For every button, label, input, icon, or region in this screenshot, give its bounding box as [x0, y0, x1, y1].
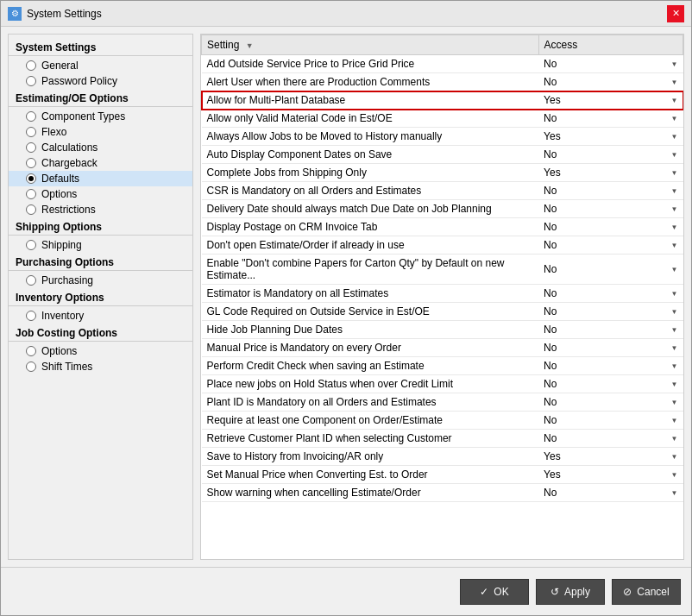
radio-calculations[interactable]	[26, 142, 36, 153]
table-row[interactable]: Plant ID is Mandatory on all Orders and …	[202, 393, 683, 412]
access-cell[interactable]: No▼	[538, 285, 683, 303]
access-cell[interactable]: No▼	[538, 375, 683, 393]
access-cell[interactable]: No▼	[538, 110, 683, 128]
dropdown-arrow-icon[interactable]: ▼	[671, 133, 678, 141]
table-row[interactable]: Enable "Don't combine Papers for Carton …	[202, 255, 683, 285]
radio-inventory[interactable]	[26, 311, 36, 321]
dropdown-arrow-icon[interactable]: ▼	[671, 205, 678, 213]
ok-button[interactable]: ✓ OK	[460, 579, 529, 605]
access-cell[interactable]: No▼	[538, 55, 683, 73]
access-cell[interactable]: No▼	[538, 218, 683, 236]
sidebar-item-flexo[interactable]: Flexo	[9, 124, 192, 140]
sidebar-item-shipping[interactable]: Shipping	[9, 237, 192, 253]
table-row[interactable]: Complete Jobs from Shipping OnlyYes▼	[202, 164, 683, 182]
dropdown-arrow-icon[interactable]: ▼	[671, 344, 678, 352]
radio-job-options[interactable]	[26, 346, 36, 356]
table-row[interactable]: Manual Price is Mandatory on every Order…	[202, 339, 683, 357]
dropdown-arrow-icon[interactable]: ▼	[671, 97, 678, 104]
dropdown-arrow-icon[interactable]: ▼	[671, 380, 678, 388]
dropdown-arrow-icon[interactable]: ▼	[671, 399, 678, 406]
table-row[interactable]: Hide Job Planning Due DatesNo▼	[202, 321, 683, 339]
dropdown-arrow-icon[interactable]: ▼	[671, 326, 678, 334]
dropdown-arrow-icon[interactable]: ▼	[671, 417, 678, 424]
dropdown-arrow-icon[interactable]: ▼	[671, 60, 678, 68]
dropdown-arrow-icon[interactable]: ▼	[671, 290, 678, 298]
sidebar-item-calculations[interactable]: Calculations	[9, 140, 192, 155]
access-cell[interactable]: No▼	[538, 255, 683, 285]
access-cell[interactable]: No▼	[538, 430, 683, 448]
access-cell[interactable]: No▼	[538, 321, 683, 339]
table-row[interactable]: Estimator is Mandatory on all EstimatesN…	[202, 285, 683, 303]
access-cell[interactable]: Yes▼	[538, 128, 683, 146]
radio-password-policy[interactable]	[26, 76, 36, 86]
access-cell[interactable]: No▼	[538, 393, 683, 412]
sidebar-item-job-options[interactable]: Options	[9, 343, 192, 359]
table-row[interactable]: Don't open Estimate/Order if already in …	[202, 236, 683, 255]
dropdown-arrow-icon[interactable]: ▼	[671, 79, 678, 86]
sidebar-item-options-est[interactable]: Options	[9, 186, 192, 202]
dropdown-arrow-icon[interactable]: ▼	[671, 489, 678, 497]
radio-chargeback[interactable]	[26, 158, 36, 168]
radio-restrictions[interactable]	[26, 204, 36, 215]
dropdown-arrow-icon[interactable]: ▼	[671, 169, 678, 177]
radio-shift-times[interactable]	[26, 361, 36, 372]
access-cell[interactable]: Yes▼	[538, 91, 683, 110]
table-row[interactable]: Delivery Date should always match Due Da…	[202, 200, 683, 218]
access-cell[interactable]: Yes▼	[538, 448, 683, 466]
access-cell[interactable]: No▼	[538, 182, 683, 200]
table-row[interactable]: Perform Credit Check when saving an Esti…	[202, 357, 683, 375]
radio-shipping[interactable]	[26, 240, 36, 250]
sidebar-item-shift-times[interactable]: Shift Times	[9, 359, 192, 374]
sidebar-item-password-policy[interactable]: Password Policy	[9, 73, 192, 89]
access-cell[interactable]: No▼	[538, 303, 683, 321]
dropdown-arrow-icon[interactable]: ▼	[671, 453, 678, 461]
access-cell[interactable]: No▼	[538, 200, 683, 218]
dropdown-arrow-icon[interactable]: ▼	[671, 151, 678, 159]
table-row[interactable]: Require at least one Component on Order/…	[202, 412, 683, 430]
table-row[interactable]: Allow only Valid Material Code in Est/OE…	[202, 110, 683, 128]
access-cell[interactable]: No▼	[538, 73, 683, 91]
radio-options-est[interactable]	[26, 189, 36, 199]
dropdown-arrow-icon[interactable]: ▼	[671, 362, 678, 370]
access-cell[interactable]: Yes▼	[538, 466, 683, 484]
table-row[interactable]: Always Allow Jobs to be Moved to History…	[202, 128, 683, 146]
table-row[interactable]: Place new jobs on Hold Status when over …	[202, 375, 683, 393]
radio-purchasing[interactable]	[26, 275, 36, 286]
radio-general[interactable]	[26, 60, 36, 71]
dropdown-arrow-icon[interactable]: ▼	[671, 187, 678, 195]
radio-flexo[interactable]	[26, 127, 36, 137]
dropdown-arrow-icon[interactable]: ▼	[671, 115, 678, 123]
radio-component-types[interactable]	[26, 111, 36, 122]
sidebar-item-inventory[interactable]: Inventory	[9, 308, 192, 324]
table-row[interactable]: Add Outside Service Price to Price Grid …	[202, 55, 683, 73]
dropdown-arrow-icon[interactable]: ▼	[671, 266, 678, 273]
dropdown-arrow-icon[interactable]: ▼	[671, 242, 678, 249]
column-header-access[interactable]: Access	[538, 35, 683, 55]
table-row[interactable]: Alert User when there are Production Com…	[202, 73, 683, 91]
radio-defaults[interactable]	[26, 173, 36, 184]
table-row[interactable]: Save to History from Invoicing/AR onlyYe…	[202, 448, 683, 466]
access-cell[interactable]: Yes▼	[538, 164, 683, 182]
table-row[interactable]: Allow for Multi-Plant DatabaseYes▼	[202, 91, 683, 110]
sidebar-item-general[interactable]: General	[9, 58, 192, 73]
table-row[interactable]: GL Code Required on Outside Service in E…	[202, 303, 683, 321]
table-row[interactable]: Display Postage on CRM Invoice TabNo▼	[202, 218, 683, 236]
apply-button[interactable]: ↺ Apply	[536, 579, 605, 605]
table-row[interactable]: CSR is Mandatory on all Orders and Estim…	[202, 182, 683, 200]
column-header-setting[interactable]: Setting ▼	[202, 35, 539, 55]
sidebar-item-chargeback[interactable]: Chargeback	[9, 155, 192, 171]
access-cell[interactable]: No▼	[538, 484, 683, 502]
dropdown-arrow-icon[interactable]: ▼	[671, 223, 678, 231]
access-cell[interactable]: No▼	[538, 236, 683, 255]
table-row[interactable]: Retrieve Customer Plant ID when selectin…	[202, 430, 683, 448]
close-button[interactable]: ✕	[667, 5, 684, 22]
dropdown-arrow-icon[interactable]: ▼	[671, 435, 678, 443]
dropdown-arrow-icon[interactable]: ▼	[671, 308, 678, 316]
access-cell[interactable]: No▼	[538, 339, 683, 357]
sidebar-item-purchasing[interactable]: Purchasing	[9, 273, 192, 288]
table-row[interactable]: Show warning when cancelling Estimate/Or…	[202, 484, 683, 502]
sidebar-item-restrictions[interactable]: Restrictions	[9, 202, 192, 217]
access-cell[interactable]: No▼	[538, 357, 683, 375]
table-row[interactable]: Set Manual Price when Converting Est. to…	[202, 466, 683, 484]
table-container[interactable]: Setting ▼ Access Add Outside Service Pri…	[201, 35, 683, 559]
